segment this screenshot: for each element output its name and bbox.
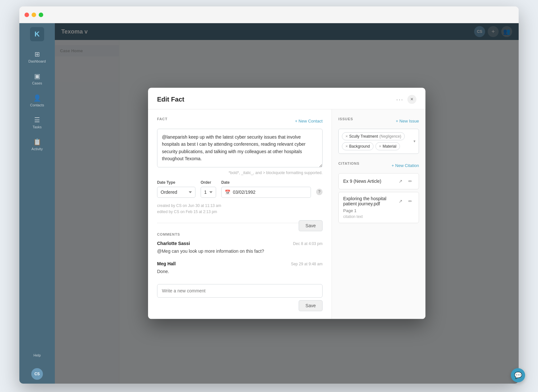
date-type-select[interactable]: Ordered Approximate Exact xyxy=(157,187,195,198)
main-content: Texoma v CS + 👥 Case Home xyxy=(55,23,519,384)
fact-section-label: FACT xyxy=(157,117,167,121)
comment-item: Meg Hall Sep 29 at 9:48 am Done. xyxy=(157,261,323,275)
help-icon[interactable]: ? xyxy=(316,189,323,195)
user-avatar[interactable]: CS xyxy=(31,368,43,380)
meta-created: created by CS on Jun 30 at 11:13 am edit… xyxy=(157,203,323,215)
new-issue-link[interactable]: + New Issue xyxy=(396,119,419,123)
comment-time: Dec 8 at 4:03 pm xyxy=(293,242,323,246)
comment-item: Charlotte Sassi Dec 8 at 4:03 pm @Meg ca… xyxy=(157,241,323,255)
issue-tag-background: × Background xyxy=(342,142,374,150)
citation-page: Page 1 xyxy=(343,208,414,213)
contacts-icon: 👤 xyxy=(33,94,41,102)
modal-left-panel: FACT + New Contact @laneparish keep up w… xyxy=(148,109,332,319)
citation-actions: ↗ ✏ xyxy=(397,197,414,205)
sidebar-item-dashboard[interactable]: ⊞ Dashboard xyxy=(23,46,52,67)
app-window: K ⊞ Dashboard ▣ Cases 👤 Contacts ☰ Tasks… xyxy=(19,6,519,384)
issue-tag-sub: (Negligence) xyxy=(379,134,401,139)
help-label: Help xyxy=(34,353,41,357)
modal-header-actions: ··· × xyxy=(396,95,416,104)
citation-header: Ex 9 (News Article) ↗ ✏ xyxy=(343,177,414,185)
fact-section-header: FACT + New Contact xyxy=(157,117,323,125)
comment-header: Meg Hall Sep 29 at 9:48 am xyxy=(157,261,323,267)
comments-section: COMMENTS Charlotte Sassi Dec 8 at 4:03 p… xyxy=(157,231,323,298)
citation-card-1: Ex 9 (News Article) ↗ ✏ xyxy=(338,173,419,189)
issue-tag-scully: × Scully Treatment (Negligence) xyxy=(342,132,405,140)
sidebar-item-label: Contacts xyxy=(30,103,44,107)
remove-issue-material[interactable]: × xyxy=(379,144,382,149)
citations-header: CITATIONS + New Citation xyxy=(338,162,419,169)
edit-citation-icon[interactable]: ✏ xyxy=(406,177,414,185)
issues-label: ISSUES xyxy=(338,117,353,121)
modal-right-panel: ISSUES + New Issue × Scully Treatment (N… xyxy=(332,109,425,319)
remove-issue-scully[interactable]: × xyxy=(345,134,348,139)
sidebar-item-label: Tasks xyxy=(33,125,42,129)
divider xyxy=(157,223,299,223)
citations-section: CITATIONS + New Citation Ex 9 (News Arti… xyxy=(338,162,419,223)
issue-tag-label: Scully Treatment xyxy=(349,134,378,139)
citation-actions: ↗ ✏ xyxy=(397,177,414,185)
activity-icon: 📋 xyxy=(33,138,41,146)
chat-bubble-button[interactable]: 💬 xyxy=(511,368,525,382)
comments-label: COMMENTS xyxy=(157,233,180,237)
comment-input[interactable] xyxy=(157,284,323,298)
issue-tag-material: × Material xyxy=(375,142,400,150)
dashboard-icon: ⊞ xyxy=(35,50,40,58)
sidebar-item-contacts[interactable]: 👤 Contacts xyxy=(23,90,52,111)
more-options-button[interactable]: ··· xyxy=(396,96,404,103)
dropdown-arrow-icon: ▾ xyxy=(413,139,415,143)
sidebar-item-cases[interactable]: ▣ Cases xyxy=(23,68,52,89)
date-group: Date 📅 xyxy=(221,180,311,198)
new-citation-link[interactable]: + New Citation xyxy=(392,163,419,168)
remove-issue-background[interactable]: × xyxy=(345,144,348,149)
maximize-button[interactable] xyxy=(39,13,43,17)
external-link-icon[interactable]: ↗ xyxy=(397,177,404,185)
modal-body: FACT + New Contact @laneparish keep up w… xyxy=(148,109,425,319)
citations-label: CITATIONS xyxy=(338,162,360,165)
comment-text: @Meg can you look up more information on… xyxy=(157,248,323,255)
new-contact-link[interactable]: + New Contact xyxy=(295,119,323,123)
date-label: Date xyxy=(221,180,311,185)
issues-tag-row-2: × Background × Material xyxy=(342,142,415,150)
comment-author: Meg Hall xyxy=(157,261,176,267)
issue-tag-label: Material xyxy=(383,144,396,149)
app-container: K ⊞ Dashboard ▣ Cases 👤 Contacts ☰ Tasks… xyxy=(19,23,519,384)
issues-tag-row: × Scully Treatment (Negligence) xyxy=(342,132,415,140)
issues-section-header: ISSUES + New Issue xyxy=(338,117,419,125)
citation-name: Ex 9 (News Article) xyxy=(343,179,381,184)
comment-save-button[interactable]: Save xyxy=(299,300,323,311)
cases-icon: ▣ xyxy=(34,72,40,80)
comment-header: Charlotte Sassi Dec 8 at 4:03 pm xyxy=(157,241,323,246)
modal-header: Edit Fact ··· × xyxy=(148,88,425,109)
external-link-icon[interactable]: ↗ xyxy=(397,197,404,205)
sidebar-bottom: Help CS xyxy=(23,345,52,380)
minimize-button[interactable] xyxy=(32,13,36,17)
sidebar-item-help[interactable]: Help xyxy=(23,345,52,366)
fact-textarea[interactable]: @laneparish keep up with the latest cybe… xyxy=(157,129,323,167)
comment-time: Sep 29 at 9:48 am xyxy=(291,262,323,267)
fact-save-button[interactable]: Save xyxy=(299,220,323,231)
citation-card-2: Exploring the hospital patient journey.p… xyxy=(338,192,419,223)
sidebar-item-label: Activity xyxy=(32,147,43,151)
sidebar-item-label: Cases xyxy=(32,81,42,85)
order-group: Order 1 2 3 xyxy=(201,180,216,198)
order-select[interactable]: 1 2 3 xyxy=(201,187,216,198)
issues-container: × Scully Treatment (Negligence) × Backgr… xyxy=(338,129,419,154)
comment-author: Charlotte Sassi xyxy=(157,241,190,246)
citation-name: Exploring the hospital patient journey.p… xyxy=(343,196,397,206)
form-row-date: Date Type Ordered Approximate Exact Orde… xyxy=(157,180,323,198)
calendar-icon: 📅 xyxy=(225,190,230,195)
citation-header: Exploring the hospital patient journey.p… xyxy=(343,196,414,206)
edit-fact-modal: Edit Fact ··· × FACT + New Contact xyxy=(148,88,425,319)
sidebar-item-tasks[interactable]: ☰ Tasks xyxy=(23,112,52,133)
edit-citation-icon[interactable]: ✏ xyxy=(406,197,414,205)
comment-text: Done. xyxy=(157,269,323,275)
chat-icon: 💬 xyxy=(514,371,522,379)
citation-text: citation text xyxy=(343,214,414,219)
date-type-group: Date Type Ordered Approximate Exact xyxy=(157,180,195,198)
date-input[interactable] xyxy=(233,190,289,195)
tasks-icon: ☰ xyxy=(34,116,40,124)
modal-close-button[interactable]: × xyxy=(407,95,416,104)
close-button[interactable] xyxy=(25,13,29,17)
modal-title: Edit Fact xyxy=(157,96,184,103)
sidebar-item-activity[interactable]: 📋 Activity xyxy=(23,134,52,155)
